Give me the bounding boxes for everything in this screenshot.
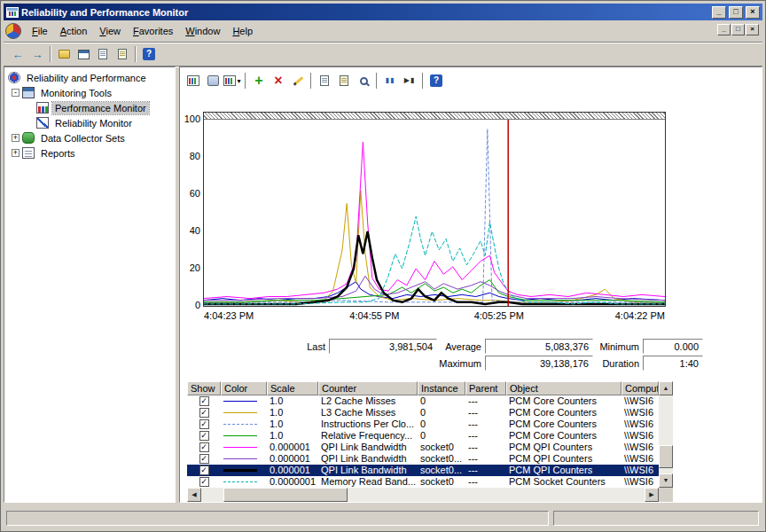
- cell-parent: ---: [465, 442, 506, 453]
- column-header-counter[interactable]: Counter: [318, 381, 418, 395]
- scroll-down-button[interactable]: ▼: [659, 473, 673, 488]
- color-sample-line: [223, 469, 257, 472]
- tree-item-label: Monitoring Tools: [38, 87, 114, 99]
- export-list-icon: [98, 49, 107, 59]
- window-titlebar[interactable]: Reliability and Performance Monitor _ □ …: [4, 4, 762, 20]
- tree-expander-icon[interactable]: +: [12, 149, 20, 157]
- cell-counter: QPI Link Bandwidth: [318, 442, 418, 453]
- paste-counter-list-button[interactable]: [334, 72, 354, 90]
- change-graph-type-button[interactable]: ▾: [223, 72, 242, 90]
- tree-item-reliability-and-performance[interactable]: Reliability and Performance: [4, 70, 175, 85]
- legend-row[interactable]: ✓0.000001QPI Link Bandwidthsocket0...---…: [187, 465, 659, 476]
- update-data-button[interactable]: ▶▮: [400, 72, 419, 90]
- show-cell: ✓: [187, 395, 221, 407]
- add-counter-button[interactable]: +: [249, 72, 269, 90]
- column-header-parent[interactable]: Parent: [465, 381, 506, 395]
- menu-item-view[interactable]: View: [93, 23, 127, 39]
- view-log-data-button[interactable]: [203, 72, 223, 90]
- maximum-value: 39,138,176: [485, 356, 593, 371]
- delete-icon: ×: [274, 74, 282, 88]
- export-list-button[interactable]: [93, 45, 113, 64]
- freeze-display-button[interactable]: ▮▮: [380, 72, 400, 90]
- tree-expander-icon[interactable]: +: [12, 134, 20, 142]
- tree-expander-icon[interactable]: -: [12, 89, 20, 97]
- horizontal-scrollbar-thumb[interactable]: [223, 488, 348, 502]
- color-sample-line: [223, 458, 257, 459]
- scroll-right-button[interactable]: ▶: [645, 488, 659, 502]
- column-header-instance[interactable]: Instance: [418, 381, 465, 395]
- tree-item-data-collector-sets[interactable]: +Data Collector Sets: [4, 130, 175, 145]
- legend-vertical-scrollbar[interactable]: ▲ ▼: [659, 381, 673, 488]
- close-button[interactable]: ×: [746, 6, 760, 19]
- column-header-computer[interactable]: Computer: [621, 381, 659, 395]
- help-button[interactable]: ?: [139, 45, 159, 64]
- mdi-restore-button[interactable]: □: [731, 24, 745, 35]
- cell-object: PCM QPI Counters: [506, 465, 621, 476]
- column-header-object[interactable]: Object: [506, 381, 621, 395]
- tree-item-monitoring-tools[interactable]: -Monitoring Tools: [4, 85, 175, 100]
- toolbar-separator: [422, 73, 424, 89]
- tree-item-reliability-monitor[interactable]: Reliability Monitor: [4, 115, 175, 130]
- cell-object: PCM QPI Counters: [506, 442, 621, 453]
- column-header-show[interactable]: Show: [187, 381, 221, 395]
- highlight-button[interactable]: [288, 72, 308, 90]
- x-axis-label: 4:04:23 PM: [204, 310, 254, 321]
- legend-row[interactable]: ✓1.0Instructions Per Clo...0---PCM Core …: [187, 419, 659, 430]
- cell-scale: 0.000001: [267, 465, 318, 476]
- forward-button[interactable]: →: [27, 45, 47, 64]
- menu-item-file[interactable]: File: [26, 23, 54, 39]
- tree-item-reports[interactable]: +Reports: [4, 145, 175, 160]
- help-icon: ?: [143, 48, 155, 60]
- show-checkbox[interactable]: ✓: [199, 442, 209, 452]
- maximize-button[interactable]: □: [729, 6, 743, 19]
- show-checkbox[interactable]: ✓: [199, 477, 209, 487]
- console-root-icon: [8, 72, 20, 83]
- legend-row[interactable]: ✓1.0L3 Cache Misses0---PCM Core Counters…: [187, 407, 659, 419]
- show-checkbox[interactable]: ✓: [199, 431, 209, 441]
- show-checkbox[interactable]: ✓: [199, 466, 209, 475]
- legend-row[interactable]: ✓1.0Relative Frequency...0---PCM Core Co…: [187, 430, 659, 442]
- menu-item-favorites[interactable]: Favorites: [127, 23, 179, 39]
- back-button[interactable]: ←: [8, 45, 27, 64]
- color-cell: [221, 407, 267, 419]
- minimize-button[interactable]: _: [712, 6, 726, 19]
- properties-button[interactable]: [113, 45, 132, 64]
- show-checkbox[interactable]: ✓: [199, 419, 209, 429]
- mdi-close-button[interactable]: ×: [746, 24, 759, 35]
- color-sample-line: [223, 447, 257, 448]
- copy-properties-button[interactable]: [315, 72, 334, 90]
- column-header-scale[interactable]: Scale: [267, 381, 318, 395]
- column-header-color[interactable]: Color: [221, 381, 267, 395]
- legend-row[interactable]: ✓0.000001QPI Link Bandwidthsocket0---PCM…: [187, 442, 659, 453]
- minimum-label: Minimum: [593, 341, 639, 354]
- cell-scale: 0.000001: [267, 442, 318, 453]
- up-one-level-button[interactable]: [54, 45, 74, 64]
- show-console-tree-button[interactable]: [74, 45, 93, 64]
- scroll-up-button[interactable]: ▲: [659, 381, 673, 395]
- cell-scale: 1.0: [267, 419, 318, 430]
- legend-row[interactable]: ✓1.0L2 Cache Misses0---PCM Core Counters…: [187, 395, 659, 407]
- menu-item-window[interactable]: Window: [179, 23, 226, 39]
- average-label: Average: [435, 341, 481, 354]
- show-checkbox[interactable]: ✓: [199, 408, 209, 418]
- tree-item-performance-monitor[interactable]: Performance Monitor: [4, 100, 175, 115]
- x-axis-label: 4:05:25 PM: [474, 310, 524, 321]
- chart-plot-area[interactable]: [203, 112, 666, 307]
- legend-row[interactable]: ✓0.0000001Memory Read Band...socket0---P…: [187, 476, 659, 488]
- vertical-scrollbar-thumb[interactable]: [659, 445, 673, 468]
- legend-horizontal-scrollbar[interactable]: ◀ ▶: [187, 488, 659, 502]
- help-button[interactable]: ?: [426, 72, 446, 90]
- show-cell: ✓: [187, 442, 221, 453]
- delete-counter-button[interactable]: ×: [269, 72, 288, 90]
- show-checkbox[interactable]: ✓: [199, 454, 209, 464]
- menu-item-action[interactable]: Action: [54, 23, 94, 39]
- view-current-activity-button[interactable]: [184, 72, 203, 90]
- legend-row[interactable]: ✓0.000001QPI Link Bandwidthsocket0...---…: [187, 453, 659, 465]
- status-bar: [4, 507, 762, 528]
- show-checkbox[interactable]: ✓: [199, 396, 209, 406]
- monitoring-tools-icon: [22, 87, 35, 98]
- scroll-left-button[interactable]: ◀: [187, 488, 201, 502]
- menu-item-help[interactable]: Help: [226, 23, 259, 39]
- zoom-button[interactable]: [354, 72, 373, 90]
- mdi-minimize-button[interactable]: _: [717, 24, 731, 35]
